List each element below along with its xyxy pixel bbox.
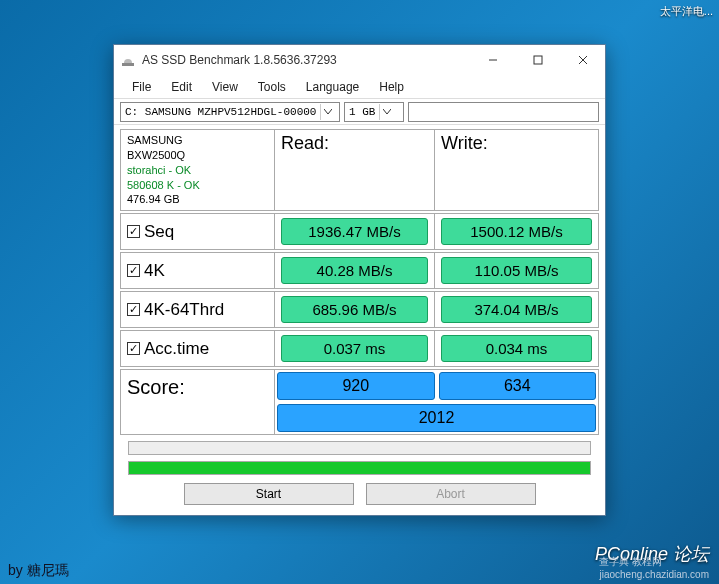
minimize-button[interactable] bbox=[470, 45, 515, 75]
button-row: Start Abort bbox=[120, 479, 599, 515]
size-select-value: 1 GB bbox=[349, 106, 375, 118]
window-title: AS SSD Benchmark 1.8.5636.37293 bbox=[142, 53, 470, 67]
header-row: SAMSUNG BXW2500Q storahci - OK 580608 K … bbox=[120, 129, 599, 211]
header-read: Read: bbox=[275, 130, 435, 210]
seq-write: 1500.12 MB/s bbox=[441, 218, 592, 245]
score-write: 634 bbox=[439, 372, 597, 400]
menu-tools[interactable]: Tools bbox=[248, 78, 296, 96]
close-button[interactable] bbox=[560, 45, 605, 75]
start-button[interactable]: Start bbox=[184, 483, 354, 505]
row-seq: Seq 1936.47 MB/s 1500.12 MB/s bbox=[120, 213, 599, 250]
4k64-read: 685.96 MB/s bbox=[281, 296, 428, 323]
test-seq-label: Seq bbox=[144, 222, 174, 242]
test-acc: Acc.time bbox=[121, 331, 275, 366]
abort-button: Abort bbox=[366, 483, 536, 505]
watermark-top: 太平洋电... bbox=[660, 4, 713, 19]
toolbar: C: SAMSUNG MZHPV512HDGL-00000 1 GB bbox=[114, 99, 605, 125]
checkbox-acc[interactable] bbox=[127, 342, 140, 355]
score-values: 920 634 2012 bbox=[275, 370, 598, 434]
score-row: Score: 920 634 2012 bbox=[120, 369, 599, 435]
row-acc: Acc.time 0.037 ms 0.034 ms bbox=[120, 330, 599, 367]
checkbox-4k[interactable] bbox=[127, 264, 140, 277]
size-select[interactable]: 1 GB bbox=[344, 102, 404, 122]
chevron-down-icon bbox=[379, 104, 393, 120]
acc-write: 0.034 ms bbox=[441, 335, 592, 362]
acc-read: 0.037 ms bbox=[281, 335, 428, 362]
app-window: AS SSD Benchmark 1.8.5636.37293 File Edi… bbox=[113, 44, 606, 516]
menu-file[interactable]: File bbox=[122, 78, 161, 96]
4k64-write: 374.04 MB/s bbox=[441, 296, 592, 323]
content: SAMSUNG BXW2500Q storahci - OK 580608 K … bbox=[114, 125, 605, 515]
menu-help[interactable]: Help bbox=[369, 78, 414, 96]
drive-select[interactable]: C: SAMSUNG MZHPV512HDGL-00000 bbox=[120, 102, 340, 122]
test-4k: 4K bbox=[121, 253, 275, 288]
watermark-by: by 糖尼瑪 bbox=[8, 562, 69, 580]
maximize-button[interactable] bbox=[515, 45, 560, 75]
window-buttons bbox=[470, 45, 605, 75]
menu-edit[interactable]: Edit bbox=[161, 78, 202, 96]
drive-select-value: C: SAMSUNG MZHPV512HDGL-00000 bbox=[125, 106, 316, 118]
device-info: SAMSUNG BXW2500Q storahci - OK 580608 K … bbox=[121, 130, 275, 210]
svg-rect-1 bbox=[534, 56, 542, 64]
4k-read: 40.28 MB/s bbox=[281, 257, 428, 284]
device-capacity: 476.94 GB bbox=[127, 192, 268, 207]
watermark-site: 查字典 教程网 jiaocheng.chazidian.com bbox=[599, 555, 709, 580]
device-model: BXW2500Q bbox=[127, 148, 268, 163]
checkbox-seq[interactable] bbox=[127, 225, 140, 238]
toolbar-textbox[interactable] bbox=[408, 102, 599, 122]
menu-view[interactable]: View bbox=[202, 78, 248, 96]
device-driver: storahci - OK bbox=[127, 163, 268, 178]
4k-write: 110.05 MB/s bbox=[441, 257, 592, 284]
score-total: 2012 bbox=[277, 404, 596, 432]
device-align: 580608 K - OK bbox=[127, 178, 268, 193]
score-read: 920 bbox=[277, 372, 435, 400]
menu-language[interactable]: Language bbox=[296, 78, 369, 96]
progress-bar-2 bbox=[128, 461, 591, 475]
row-4k64: 4K-64Thrd 685.96 MB/s 374.04 MB/s bbox=[120, 291, 599, 328]
test-4k64-label: 4K-64Thrd bbox=[144, 300, 224, 320]
titlebar: AS SSD Benchmark 1.8.5636.37293 bbox=[114, 45, 605, 75]
test-4k-label: 4K bbox=[144, 261, 165, 281]
row-4k: 4K 40.28 MB/s 110.05 MB/s bbox=[120, 252, 599, 289]
checkbox-4k64[interactable] bbox=[127, 303, 140, 316]
device-name: SAMSUNG bbox=[127, 133, 268, 148]
seq-read: 1936.47 MB/s bbox=[281, 218, 428, 245]
app-icon bbox=[120, 52, 136, 68]
header-write: Write: bbox=[435, 130, 598, 210]
chevron-down-icon bbox=[320, 104, 334, 120]
test-acc-label: Acc.time bbox=[144, 339, 209, 359]
score-label: Score: bbox=[121, 370, 275, 434]
menubar: File Edit View Tools Language Help bbox=[114, 75, 605, 99]
test-4k64: 4K-64Thrd bbox=[121, 292, 275, 327]
progress-bar-1 bbox=[128, 441, 591, 455]
test-seq: Seq bbox=[121, 214, 275, 249]
